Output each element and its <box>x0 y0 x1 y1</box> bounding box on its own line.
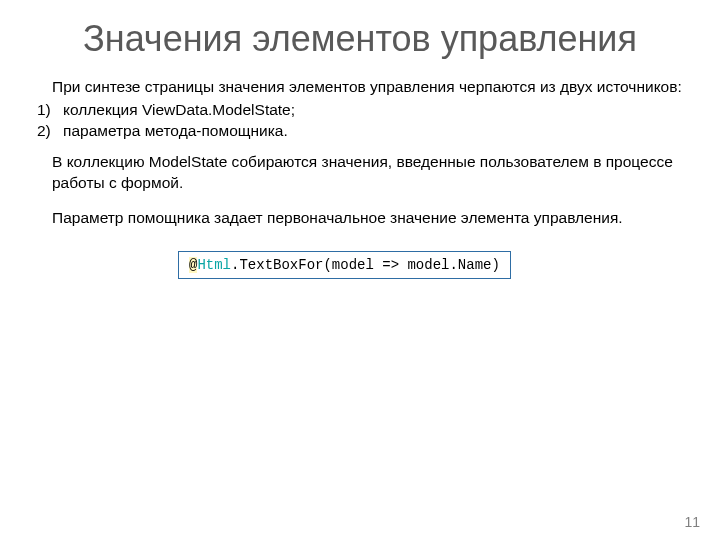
code-token-html: Html <box>197 257 231 273</box>
code-container: @Html.TextBoxFor(model => model.Name) <box>38 251 682 279</box>
page-number: 11 <box>684 514 700 530</box>
slide-title: Значения элементов управления <box>38 18 682 59</box>
code-snippet: @Html.TextBoxFor(model => model.Name) <box>178 251 511 279</box>
list-item-number: 1) <box>37 100 63 121</box>
list-item-text: параметра метода-помощника. <box>63 122 288 139</box>
code-token-method: TextBoxFor <box>239 257 323 273</box>
intro-text: При синтезе страницы значения элементов … <box>52 77 682 98</box>
list-item-number: 2) <box>37 121 63 142</box>
code-token-args: (model => model.Name) <box>323 257 499 273</box>
paragraph-helper-param: Параметр помощника задает первоначальное… <box>38 208 682 229</box>
list-item: 1)коллекция ViewData.ModelState; <box>37 100 682 121</box>
source-list: 1)коллекция ViewData.ModelState; 2)парам… <box>52 100 682 142</box>
intro-block: При синтезе страницы значения элементов … <box>38 77 682 142</box>
list-item: 2)параметра метода-помощника. <box>37 121 682 142</box>
list-item-text: коллекция ViewData.ModelState; <box>63 101 295 118</box>
paragraph-modelstate: В коллекцию ModelState собираются значен… <box>38 152 682 194</box>
